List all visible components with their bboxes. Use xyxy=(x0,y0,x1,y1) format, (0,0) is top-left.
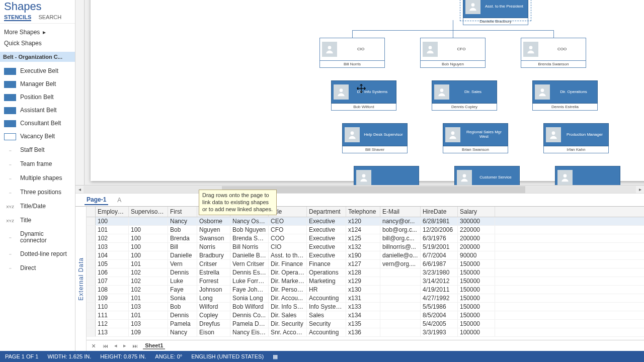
cell[interactable]: COO xyxy=(269,234,307,242)
cell[interactable]: 112 xyxy=(96,320,129,328)
cell[interactable]: 3/14/2012 xyxy=(421,277,458,285)
table-row[interactable]: 104100DanielleBradburyDanielle Br...Asst… xyxy=(87,251,644,260)
cell[interactable] xyxy=(380,303,421,311)
cell[interactable]: Norris xyxy=(197,243,230,251)
cell[interactable]: danielle@o... xyxy=(380,251,421,259)
tab-search[interactable]: SEARCH xyxy=(38,14,61,21)
sheet-prev-icon[interactable]: ◂ xyxy=(113,342,118,349)
cell[interactable]: Luke xyxy=(168,277,197,285)
table-row[interactable]: 103100BillNorrisBill NorrisCIOExecutivex… xyxy=(87,243,644,251)
row-header[interactable] xyxy=(87,234,96,242)
cell[interactable]: Critser xyxy=(197,260,230,268)
row-header[interactable] xyxy=(87,226,96,234)
cell[interactable]: Osborne xyxy=(197,217,230,225)
cell[interactable]: Marketing xyxy=(307,277,346,285)
stencil-item[interactable]: XYZTitle xyxy=(2,214,73,228)
cell[interactable]: Bob xyxy=(168,303,197,311)
cell[interactable]: 101 xyxy=(129,294,168,302)
cell[interactable]: 6/3/1976 xyxy=(421,234,458,242)
cell[interactable]: Wilford xyxy=(197,303,230,311)
row-header[interactable] xyxy=(87,251,96,259)
cell[interactable]: 110 xyxy=(96,303,129,311)
cell[interactable]: x125 xyxy=(346,234,380,242)
table-row[interactable]: 108102FayeJohnsonFaye Johns...Dir. Perso… xyxy=(87,286,644,294)
page-tab-all[interactable]: A xyxy=(115,196,123,205)
cell[interactable]: 103 xyxy=(96,243,129,251)
cell[interactable]: Vern xyxy=(168,260,197,268)
cell[interactable]: 5/19/2001 xyxy=(421,243,458,251)
table-row[interactable]: 112103PamelaDreyfusPamela Dre...Dir. Sec… xyxy=(87,320,644,328)
org-node-cfo[interactable]: CFO Bob Nguyen xyxy=(420,38,486,68)
cell[interactable]: x131 xyxy=(346,294,380,302)
cell[interactable] xyxy=(380,320,421,328)
row-header[interactable] xyxy=(87,286,96,294)
table-row[interactable]: 106102DennisEstrellaDennis Estr...Dir. O… xyxy=(87,268,644,277)
cell[interactable]: vern@org.... xyxy=(380,260,421,268)
cell[interactable]: Luke Forrest xyxy=(230,277,269,285)
cell[interactable]: 150000 xyxy=(458,277,495,285)
cell[interactable]: nancy@or... xyxy=(380,217,421,225)
cell[interactable]: 100 xyxy=(129,226,168,234)
org-node-dir-sales[interactable]: Dir. Sales Dennis Copley xyxy=(432,80,497,111)
cell[interactable] xyxy=(129,217,168,225)
org-node-coo[interactable]: COO Brenda Swanson xyxy=(521,38,586,68)
cell[interactable]: x127 xyxy=(346,260,380,268)
org-node-partial-2[interactable]: Customer Service xyxy=(454,166,520,185)
cell[interactable]: Sonia Long xyxy=(230,294,269,302)
stencil-item[interactable]: Vacancy Belt xyxy=(2,130,73,143)
cell[interactable]: Danielle Br... xyxy=(230,251,269,259)
cell[interactable]: Accounting xyxy=(307,328,346,336)
cell[interactable]: 200000 xyxy=(458,234,495,242)
cell[interactable]: 150000 xyxy=(458,303,495,311)
cell[interactable]: x124 xyxy=(346,226,380,234)
cell[interactable]: 105 xyxy=(96,260,129,268)
table-row[interactable]: 109101SoniaLongSonia LongDir. Accou...Ac… xyxy=(87,294,644,303)
cell[interactable]: 104 xyxy=(96,251,129,259)
cell[interactable]: 101 xyxy=(96,226,129,234)
cell[interactable]: Bob Wilford xyxy=(230,303,269,311)
org-node-dir-infosys[interactable]: Dir. Info Systems Bob Wilford xyxy=(331,80,396,111)
cell[interactable]: x128 xyxy=(346,268,380,277)
sheet-next-icon[interactable]: ▸ xyxy=(122,342,127,349)
cell[interactable]: 109 xyxy=(129,328,168,336)
cell[interactable]: Executive xyxy=(307,234,346,242)
grid-col-header[interactable]: Salary xyxy=(458,207,495,217)
table-row[interactable]: 107102LukeForrestLuke ForrestDir. Market… xyxy=(87,277,644,286)
cell[interactable]: Swanson xyxy=(197,234,230,242)
cell[interactable]: x120 xyxy=(346,217,380,225)
status-language[interactable]: ENGLISH (UNITED STATES) xyxy=(191,353,264,359)
cell[interactable]: Sonia xyxy=(168,294,197,302)
stencil-item[interactable]: ⎓Dotted-line report xyxy=(2,247,73,261)
grid-col-header[interactable]: HireDate xyxy=(421,207,458,217)
table-row[interactable]: 111101DennisCopleyDennis Co...Dir. Sales… xyxy=(87,311,644,320)
grid-header[interactable]: EmployeeIDSupervisorIDFirstLastNameTitle… xyxy=(87,207,644,217)
row-header[interactable] xyxy=(87,268,96,277)
quick-shapes[interactable]: Quick Shapes xyxy=(4,38,71,49)
cell[interactable]: 5/5/1986 xyxy=(421,303,458,311)
row-header[interactable] xyxy=(87,320,96,328)
row-header[interactable] xyxy=(87,303,96,311)
cell[interactable]: 150000 xyxy=(458,268,495,277)
cell[interactable]: Eison xyxy=(197,328,230,336)
row-header[interactable] xyxy=(87,328,96,336)
close-pane-icon[interactable]: × xyxy=(90,342,98,350)
stencil-item[interactable]: Assistant Belt xyxy=(2,104,73,117)
cell[interactable]: 150000 xyxy=(458,286,495,294)
org-node-production[interactable]: Production Manager Irfan Kahn xyxy=(543,123,609,153)
page-tab-1[interactable]: Page-1 xyxy=(85,195,108,205)
cell[interactable]: bob@org.c... xyxy=(380,226,421,234)
cell[interactable]: 150000 xyxy=(458,311,495,319)
row-header[interactable] xyxy=(87,243,96,251)
cell[interactable]: 102 xyxy=(129,286,168,294)
cell[interactable]: x190 xyxy=(346,251,380,259)
stencil-item[interactable]: ⎓Staff Belt xyxy=(2,143,73,157)
cell[interactable]: CIO xyxy=(269,243,307,251)
cell[interactable]: Dennis Co... xyxy=(230,311,269,319)
cell[interactable]: Dir. Security xyxy=(269,320,307,328)
cell[interactable]: Brenda xyxy=(168,234,197,242)
cell[interactable]: 100 xyxy=(129,251,168,259)
cell[interactable]: Pamela Dre... xyxy=(230,320,269,328)
table-row[interactable]: 110103BobWilfordBob WilfordDir. Info Sy.… xyxy=(87,303,644,311)
cell[interactable]: 6/6/1987 xyxy=(421,260,458,268)
table-row[interactable]: 113109NancyEisonNancy EisonSnr. Accou...… xyxy=(87,328,644,337)
